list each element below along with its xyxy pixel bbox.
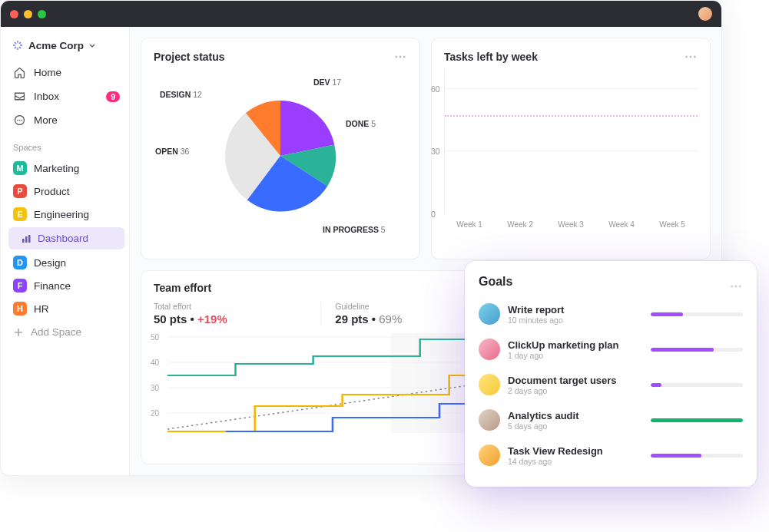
pie-chart: DEV 17 DONE 5 IN PROGRESS 5 DESIGN 12 OP… (154, 64, 407, 248)
avatar (479, 374, 500, 395)
bar-chart: 0 30 60 Week 1Week 2Week 3Week 4Week 5 (444, 64, 698, 240)
maximize-icon[interactable] (38, 10, 46, 18)
goal-subtitle: 10 minutes ago (508, 316, 643, 325)
progress-bar (651, 454, 743, 458)
svg-point-1 (17, 120, 18, 121)
goal-row[interactable]: Task View Redesign14 days ago (479, 438, 743, 473)
goal-title: Document target users (508, 375, 643, 386)
close-icon[interactable] (10, 10, 18, 18)
space-label: Finance (34, 280, 71, 292)
card-title: Tasks left by week (444, 51, 538, 63)
y-axis-tick: 60 (431, 84, 440, 94)
dashboard-label: Dashboard (38, 233, 88, 244)
pie-label-inprogress: IN PROGRESS 5 (323, 225, 386, 234)
user-avatar[interactable] (698, 7, 712, 21)
goal-row[interactable]: Analytics audit5 days ago (479, 402, 743, 438)
space-badge: H (13, 302, 27, 316)
sidebar-item-inbox[interactable]: Inbox 9 (8, 84, 124, 108)
sidebar: Acme Corp Home Inbox 9 More Spaces MMark… (1, 27, 130, 475)
y-axis-tick: 30 (151, 384, 159, 392)
sidebar-space-finance[interactable]: FFinance (8, 274, 124, 297)
stat-value: 50 pts (154, 312, 187, 325)
stat-delta: +19% (197, 312, 227, 325)
space-badge: E (13, 207, 27, 221)
avatar (479, 303, 500, 325)
goal-row[interactable]: Write report10 minutes ago (479, 296, 743, 332)
avatar (479, 339, 500, 360)
svg-point-2 (19, 120, 21, 121)
stat-pct: 69% (379, 312, 402, 325)
minimize-icon[interactable] (24, 10, 32, 18)
inbox-badge: 9 (106, 91, 120, 102)
goal-subtitle: 2 days ago (508, 386, 643, 395)
titlebar (1, 1, 721, 27)
space-label: Design (34, 257, 66, 269)
inbox-icon (13, 90, 26, 103)
svg-rect-5 (25, 236, 28, 243)
goal-title: ClickUp marketing plan (508, 339, 643, 351)
progress-bar (651, 348, 743, 352)
goal-title: Task View Redesign (508, 445, 643, 457)
y-axis-tick: 0 (431, 210, 436, 219)
sidebar-item-dashboard[interactable]: Dashboard (8, 227, 124, 249)
y-axis-tick: 20 (151, 409, 159, 418)
home-icon (13, 66, 26, 79)
dashboard-icon (21, 233, 31, 244)
card-title: Project status (154, 51, 225, 63)
space-badge: M (13, 161, 27, 175)
tasks-left-card: Tasks left by week ⋯ 0 30 60 Week 1Week … (431, 38, 711, 259)
y-axis-tick: 50 (151, 333, 159, 342)
pie-label-design: DESIGN 12 (160, 90, 202, 99)
plus-icon (13, 327, 24, 338)
space-label: Product (34, 186, 70, 197)
goal-title: Analytics audit (508, 410, 643, 421)
add-space-button[interactable]: Add Space (8, 320, 124, 344)
goal-subtitle: 1 day ago (508, 351, 643, 360)
x-axis-label: Week 4 (608, 220, 635, 229)
workspace-icon (12, 39, 24, 51)
more-icon (13, 114, 26, 127)
workspace-name: Acme Corp (28, 40, 84, 51)
card-menu-button[interactable]: ⋯ (730, 279, 743, 293)
stat-total: Total effort 50 pts • +19% (154, 302, 321, 325)
sidebar-space-product[interactable]: PProduct (8, 180, 124, 203)
chevron-down-icon (88, 41, 96, 49)
card-title: Team effort (154, 282, 211, 294)
goal-title: Write report (508, 304, 643, 316)
avatar (479, 444, 500, 466)
goal-subtitle: 14 days ago (508, 457, 643, 466)
pie-label-done: DONE 5 (346, 119, 376, 128)
stat-label: Total effort (154, 302, 307, 311)
progress-bar (651, 418, 743, 422)
x-axis-label: Week 1 (456, 220, 482, 229)
svg-rect-4 (22, 239, 25, 243)
sidebar-space-engineering[interactable]: EEngineering (8, 203, 124, 226)
progress-bar (651, 312, 743, 316)
sidebar-item-home[interactable]: Home (8, 61, 124, 84)
card-menu-button[interactable]: ⋯ (394, 49, 407, 64)
x-axis-label: Week 3 (558, 220, 584, 229)
add-space-label: Add Space (31, 326, 81, 338)
sidebar-space-design[interactable]: DDesign (8, 251, 124, 274)
pie-label-open: OPEN 36 (155, 147, 189, 156)
pie-label-dev: DEV 17 (313, 78, 341, 87)
workspace-switcher[interactable]: Acme Corp (8, 35, 124, 61)
goals-panel: Goals ⋯ Write report10 minutes ago Click… (465, 261, 757, 487)
sidebar-item-label: Inbox (34, 91, 59, 102)
sidebar-item-more[interactable]: More (8, 108, 124, 132)
y-axis-tick: 40 (151, 359, 159, 367)
sidebar-space-marketing[interactable]: MMarketing (8, 157, 124, 180)
avatar (479, 409, 500, 431)
y-axis-tick: 30 (431, 147, 440, 156)
sidebar-space-hr[interactable]: HHR (8, 297, 124, 320)
sidebar-item-label: Home (34, 67, 61, 78)
progress-bar (651, 383, 743, 387)
project-status-card: Project status ⋯ DEV 17 DONE 5 IN PROGRE… (141, 38, 420, 259)
goal-row[interactable]: ClickUp marketing plan1 day ago (479, 332, 743, 367)
goal-row[interactable]: Document target users2 days ago (479, 367, 743, 402)
goal-subtitle: 5 days ago (508, 421, 643, 431)
space-label: Marketing (34, 163, 79, 174)
card-menu-button[interactable]: ⋯ (684, 49, 698, 64)
goals-title: Goals (479, 275, 512, 296)
space-badge: F (13, 279, 27, 292)
